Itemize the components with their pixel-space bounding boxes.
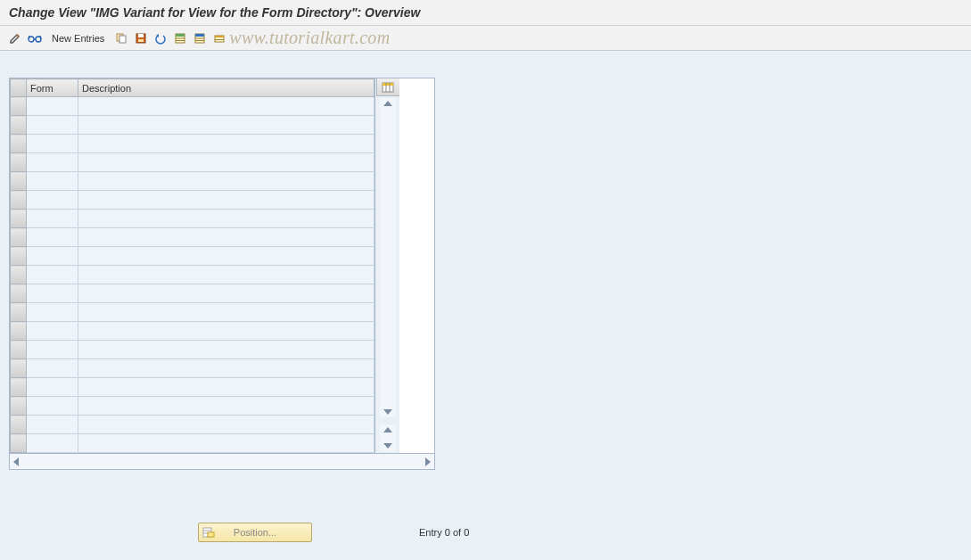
row-selector[interactable] <box>11 153 27 172</box>
corner-header[interactable] <box>11 79 27 97</box>
cell-form[interactable] <box>27 266 78 284</box>
table-row[interactable] <box>11 284 374 303</box>
cell-form[interactable] <box>27 228 78 247</box>
cell-description[interactable] <box>78 135 374 153</box>
cell-form[interactable] <box>27 434 78 453</box>
cell-form[interactable] <box>27 303 78 322</box>
cell-description[interactable] <box>78 322 374 341</box>
cell-description[interactable] <box>78 97 374 116</box>
row-selector[interactable] <box>11 191 27 210</box>
table-row[interactable] <box>11 228 374 247</box>
row-selector[interactable] <box>11 341 27 359</box>
table-row[interactable] <box>11 266 374 284</box>
row-selector[interactable] <box>11 359 27 378</box>
cell-form[interactable] <box>27 153 78 172</box>
cell-form[interactable] <box>27 210 78 228</box>
cell-form[interactable] <box>27 397 78 416</box>
row-selector[interactable] <box>11 247 27 266</box>
column-header-description[interactable]: Description <box>78 79 374 97</box>
cell-form[interactable] <box>27 378 78 397</box>
cell-description[interactable] <box>78 434 374 453</box>
cell-description[interactable] <box>78 397 374 416</box>
row-selector[interactable] <box>11 97 27 116</box>
row-selector[interactable] <box>11 322 27 341</box>
select-all-icon[interactable] <box>172 30 188 46</box>
cell-description[interactable] <box>78 416 374 434</box>
position-button[interactable]: Position... <box>198 523 312 542</box>
cell-description[interactable] <box>78 172 374 191</box>
cell-form[interactable] <box>27 247 78 266</box>
scroll-up-icon[interactable] <box>383 101 392 106</box>
cell-form[interactable] <box>27 135 78 153</box>
pencil-icon[interactable] <box>7 30 23 46</box>
cell-description[interactable] <box>78 341 374 359</box>
vertical-scrollbar-secondary[interactable] <box>380 424 396 451</box>
row-selector[interactable] <box>11 397 27 416</box>
table-row[interactable] <box>11 97 374 116</box>
table-row[interactable] <box>11 378 374 397</box>
table-row[interactable] <box>11 247 374 266</box>
svg-rect-16 <box>215 36 224 37</box>
row-selector[interactable] <box>11 303 27 322</box>
row-selector[interactable] <box>11 135 27 153</box>
save-icon[interactable] <box>133 30 149 46</box>
cell-description[interactable] <box>78 191 374 210</box>
table-settings-icon[interactable] <box>376 78 399 96</box>
table-row[interactable] <box>11 359 374 378</box>
row-selector[interactable] <box>11 116 27 135</box>
table-row[interactable] <box>11 116 374 135</box>
scroll-down-icon-2[interactable] <box>383 443 392 449</box>
undo-icon[interactable] <box>152 30 169 46</box>
horizontal-scrollbar[interactable] <box>9 454 435 470</box>
table-row[interactable] <box>11 210 374 228</box>
cell-description[interactable] <box>78 228 374 247</box>
cell-description[interactable] <box>78 378 374 397</box>
table-row[interactable] <box>11 397 374 416</box>
scroll-right-icon[interactable] <box>425 457 431 466</box>
row-selector[interactable] <box>11 228 27 247</box>
cell-description[interactable] <box>78 210 374 228</box>
cell-form[interactable] <box>27 116 78 135</box>
table-row[interactable] <box>11 322 374 341</box>
new-entries-button[interactable]: New Entries <box>46 31 110 45</box>
row-selector[interactable] <box>11 266 27 284</box>
column-header-form[interactable]: Form <box>27 79 78 97</box>
row-selector[interactable] <box>11 416 27 434</box>
cell-form[interactable] <box>27 359 78 378</box>
glasses-icon[interactable] <box>27 30 43 46</box>
cell-description[interactable] <box>78 247 374 266</box>
table-row[interactable] <box>11 303 374 322</box>
cell-description[interactable] <box>78 266 374 284</box>
row-selector[interactable] <box>11 172 27 191</box>
deselect-all-icon[interactable] <box>192 30 208 46</box>
table-row[interactable] <box>11 135 374 153</box>
cell-description[interactable] <box>78 153 374 172</box>
cell-form[interactable] <box>27 416 78 434</box>
cell-form[interactable] <box>27 341 78 359</box>
table-row[interactable] <box>11 191 374 210</box>
table-row[interactable] <box>11 172 374 191</box>
row-selector[interactable] <box>11 434 27 453</box>
cell-form[interactable] <box>27 97 78 116</box>
row-selector[interactable] <box>11 210 27 228</box>
cell-description[interactable] <box>78 284 374 303</box>
cell-description[interactable] <box>78 116 374 135</box>
row-selector[interactable] <box>11 378 27 397</box>
table-row[interactable] <box>11 153 374 172</box>
row-selector[interactable] <box>11 284 27 303</box>
copy-icon[interactable] <box>113 30 129 46</box>
cell-form[interactable] <box>27 172 78 191</box>
scroll-left-icon[interactable] <box>13 457 19 466</box>
cell-form[interactable] <box>27 284 78 303</box>
table-row[interactable] <box>11 434 374 453</box>
scroll-up-icon-2[interactable] <box>383 427 392 432</box>
scroll-down-icon[interactable] <box>383 409 392 415</box>
cell-form[interactable] <box>27 191 78 210</box>
cell-description[interactable] <box>78 359 374 378</box>
transport-icon[interactable] <box>211 30 227 46</box>
cell-form[interactable] <box>27 322 78 341</box>
cell-description[interactable] <box>78 303 374 322</box>
vertical-scrollbar[interactable] <box>380 98 396 417</box>
table-row[interactable] <box>11 416 374 434</box>
table-row[interactable] <box>11 341 374 359</box>
